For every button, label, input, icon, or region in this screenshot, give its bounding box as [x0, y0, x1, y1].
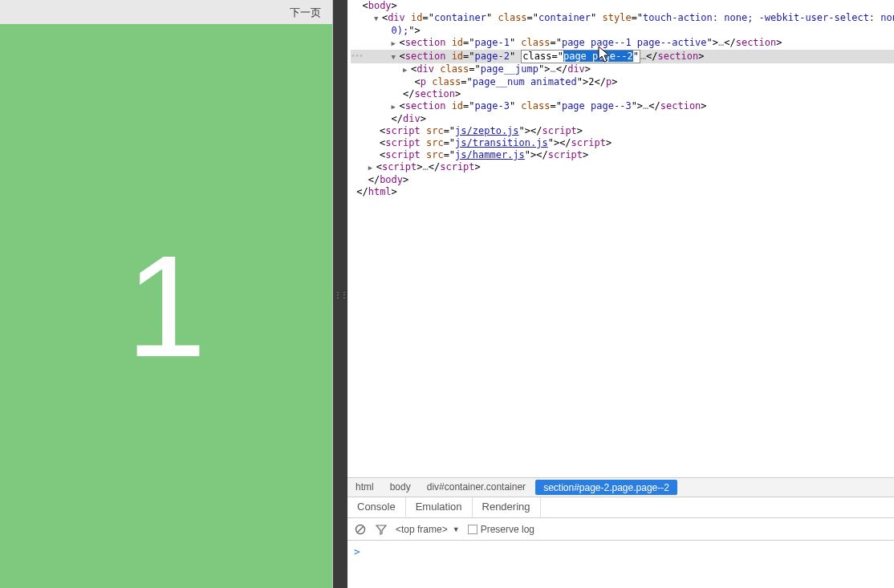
elements-tree[interactable]: <body> <div id="container" class="contai… — [347, 0, 894, 477]
crumb-page2[interactable]: section#page-2.page.page--2 — [535, 480, 677, 495]
tree-line-body-close[interactable]: </body> — [351, 174, 894, 186]
tab-console[interactable]: Console — [347, 497, 406, 517]
checkbox-icon[interactable] — [468, 525, 477, 534]
tree-line-script2[interactable]: <script src="js/transition.js"></script> — [351, 137, 894, 149]
console-toolbar: <top frame> ▼ Preserve log — [347, 517, 894, 540]
tree-line-page2[interactable]: ••• <section id="page-2" class="page pag… — [351, 50, 894, 63]
disclosure-triangle-closed-icon[interactable] — [368, 161, 376, 174]
top-frame-label: <top frame> — [396, 524, 448, 535]
next-page-link[interactable]: 下一页 — [290, 6, 321, 20]
disclosure-triangle-closed-icon[interactable] — [403, 63, 411, 76]
gutter-dots-icon: ••• — [351, 50, 363, 62]
tree-line-container-close[interactable]: </div> — [351, 113, 894, 125]
tab-rendering[interactable]: Rendering — [473, 497, 541, 517]
tree-line-page3[interactable]: <section id="page-3" class="page page--3… — [351, 100, 894, 113]
tree-line-container[interactable]: <div id="container" class="container" st… — [351, 12, 894, 25]
tree-line-inline-script[interactable]: <script>…</script> — [351, 161, 894, 174]
execution-context-selector[interactable]: <top frame> ▼ — [396, 524, 460, 535]
chevron-down-icon: ▼ — [453, 525, 460, 533]
splitter-grip-icon: ⋮⋮ — [334, 290, 347, 298]
preserve-log-label: Preserve log — [481, 524, 534, 535]
class-value-selection[interactable]: page page--2 — [563, 51, 633, 62]
pane-splitter[interactable]: ⋮⋮ — [333, 0, 347, 588]
disclosure-triangle-open-icon[interactable] — [374, 12, 382, 25]
breadcrumb: html body div#container.container sectio… — [347, 477, 894, 497]
preserve-log-toggle[interactable]: Preserve log — [468, 524, 534, 535]
crumb-html[interactable]: html — [347, 478, 382, 497]
preview-page[interactable]: 1 — [0, 24, 332, 588]
disclosure-triangle-closed-icon[interactable] — [392, 37, 400, 50]
disclosure-triangle-closed-icon[interactable] — [392, 100, 400, 113]
tree-line-container-style-tail[interactable]: 0);"> — [351, 25, 894, 37]
tree-line-script1[interactable]: <script src="js/zepto.js"></script> — [351, 125, 894, 137]
root: 下一页 1 ⋮⋮ <body> <div id="container" clas… — [0, 0, 894, 588]
tree-line-script3[interactable]: <script src="js/hammer.js"></script> — [351, 149, 894, 161]
tree-line-page1[interactable]: <section id="page-1" class="page page--1… — [351, 37, 894, 50]
tree-line-html-close[interactable]: </html> — [351, 186, 894, 198]
tree-line-body-open[interactable]: <body> — [351, 0, 894, 12]
console-body[interactable]: > — [347, 540, 894, 588]
page-preview-pane: 下一页 1 — [0, 0, 333, 588]
class-attribute-editor[interactable]: class="page page--2" — [521, 50, 640, 63]
tree-line-page2-p[interactable]: <p class="page__num animated">2</p> — [351, 76, 894, 88]
tab-emulation[interactable]: Emulation — [406, 497, 473, 517]
svg-line-1 — [358, 526, 364, 532]
filter-icon[interactable] — [375, 523, 388, 536]
disclosure-triangle-open-icon[interactable] — [392, 51, 400, 63]
tree-line-page2-close[interactable]: </section> — [351, 88, 894, 100]
crumb-body[interactable]: body — [382, 478, 419, 497]
console-prompt-icon: > — [354, 545, 360, 558]
tree-line-page2-jump[interactable]: <div class="page__jump">…</div> — [351, 63, 894, 76]
devtools-pane: <body> <div id="container" class="contai… — [347, 0, 894, 588]
crumb-container[interactable]: div#container.container — [419, 478, 534, 497]
preview-page-number: 1 — [126, 223, 206, 389]
clear-console-icon[interactable] — [354, 523, 367, 536]
preview-toolbar: 下一页 — [0, 0, 332, 24]
drawer-tabs: Console Emulation Rendering — [347, 497, 894, 517]
